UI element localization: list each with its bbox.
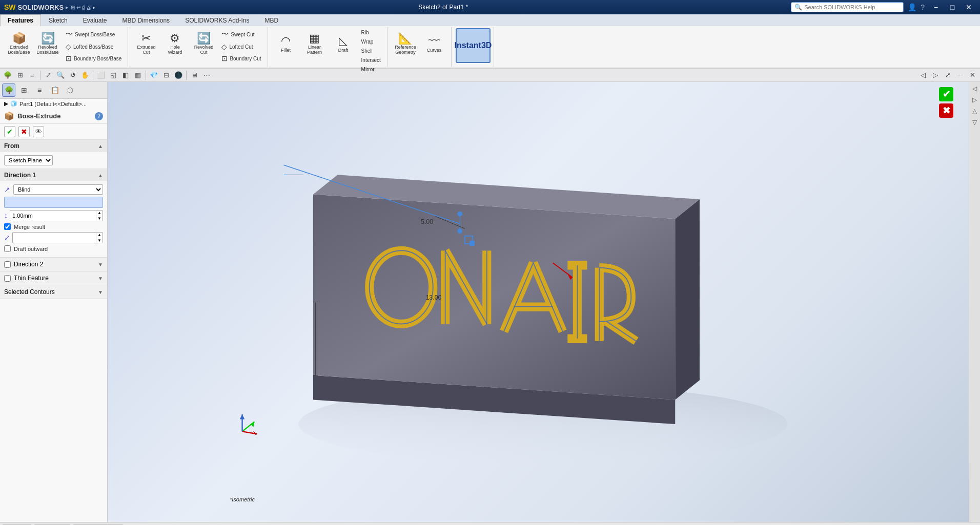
collapse-right-button[interactable]: ▷ xyxy=(930,70,941,81)
depth-input[interactable] xyxy=(10,213,96,219)
extruded-boss-base-button[interactable]: 📦 ExtrudedBoss/Base xyxy=(5,28,33,60)
direction1-type-select[interactable]: Blind xyxy=(13,184,103,195)
right-strip-btn-4[interactable]: ▽ xyxy=(970,118,979,127)
dim-expert-button[interactable]: 📋 xyxy=(48,83,62,97)
minimize-button[interactable]: − xyxy=(929,2,943,12)
toolbar-btn-wire[interactable]: ⊟ xyxy=(160,70,172,81)
tab-mbd-dimensions[interactable]: MBD Dimensions xyxy=(114,14,177,26)
toolbar-btn-shadows[interactable]: 🌑 xyxy=(173,70,184,81)
depth-up-arrow[interactable]: ▲ xyxy=(96,210,103,216)
revolved-boss-base-button[interactable]: 🔄 RevolvedBoss/Base xyxy=(34,28,62,60)
tab-addins[interactable]: SOLIDWORKS Add-Ins xyxy=(177,14,257,26)
toolbar-btn-pan[interactable]: ✋ xyxy=(79,70,91,81)
intersect-button[interactable]: Intersect xyxy=(358,56,384,65)
reject-button[interactable]: ✖ xyxy=(18,126,30,137)
lofted-cut-button[interactable]: ◇ Lofted Cut xyxy=(218,41,264,52)
angle-up-arrow[interactable]: ▲ xyxy=(96,232,103,238)
from-section-header[interactable]: From ▲ xyxy=(0,140,107,152)
angle-down-arrow[interactable]: ▼ xyxy=(96,238,103,243)
preview-button[interactable]: 👁 xyxy=(33,126,44,137)
search-input[interactable] xyxy=(804,4,900,10)
toolbar-btn-shading[interactable]: 💎 xyxy=(148,70,159,81)
draft-button[interactable]: ◺ Draft xyxy=(330,28,357,60)
panel-collapse-buttons: ◁ ▷ ⤢ − ✕ xyxy=(917,70,978,81)
extruded-cut-button[interactable]: ✂ ExtrudedCut xyxy=(132,28,160,60)
display-pane-button[interactable]: ⬡ xyxy=(64,83,77,97)
bottom-tab-bar: Model 3D Views Motion Study 1 xyxy=(0,522,980,525)
cut-buttons: ✂ ExtrudedCut ⚙ HoleWizard 🔄 RevolvedCut… xyxy=(132,28,264,64)
help-icon[interactable]: ? xyxy=(921,3,925,11)
toolbar-btn-display[interactable]: 🖥 xyxy=(189,70,200,81)
extruded-cut-label: ExtrudedCut xyxy=(137,45,155,55)
swept-boss-button[interactable]: 〜 Swept Boss/Base xyxy=(63,28,125,40)
toolbar-btn-more[interactable]: ⋯ xyxy=(201,70,212,81)
minimize-panel-button[interactable]: − xyxy=(954,70,966,81)
depth-down-arrow[interactable]: ▼ xyxy=(96,216,103,221)
right-strip-btn-3[interactable]: △ xyxy=(970,107,979,116)
merge-result-checkbox[interactable] xyxy=(4,223,11,230)
toolbar-btn-grid[interactable]: ⊞ xyxy=(14,70,26,81)
toolbar-btn-view2[interactable]: ◱ xyxy=(108,70,119,81)
expand-button[interactable]: ⤢ xyxy=(942,70,953,81)
boundary-boss-button[interactable]: ⊡ Boundary Boss/Base xyxy=(63,53,125,64)
tab-features[interactable]: Features xyxy=(0,14,41,26)
viewport-reject-button[interactable]: ✖ xyxy=(939,103,953,118)
close-button[interactable]: ✕ xyxy=(962,2,976,12)
rib-button[interactable]: Rib xyxy=(358,28,384,37)
draft-outward-checkbox[interactable] xyxy=(4,245,11,252)
viewport[interactable]: 5.00 13.00 ✔ ✖ *Isom xyxy=(108,82,969,522)
selected-contours-label: Selected Contours xyxy=(4,288,55,296)
swept-cut-button[interactable]: 〜 Swept Cut xyxy=(218,28,264,40)
curves-button[interactable]: 〰 Curves xyxy=(420,28,448,60)
reference-geometry-button[interactable]: 📐 ReferenceGeometry xyxy=(392,28,419,60)
direction1-header[interactable]: Direction 1 ▲ xyxy=(0,169,107,181)
fillet-button[interactable]: ◠ Fillet xyxy=(272,28,300,60)
from-select[interactable]: Sketch Plane xyxy=(4,155,53,165)
toolbar-btn-zoom-fit[interactable]: ⤢ xyxy=(43,70,54,81)
boss-base-stack: 〜 Swept Boss/Base ◇ Lofted Boss/Base ⊡ B… xyxy=(63,28,125,64)
configuration-button[interactable]: ≡ xyxy=(33,83,46,97)
revolved-cut-button[interactable]: 🔄 RevolvedCut xyxy=(190,28,217,60)
mirror-button[interactable]: Mirror xyxy=(358,65,384,74)
toolbar-btn-rotate[interactable]: ↺ xyxy=(67,70,78,81)
viewport-accept-button[interactable]: ✔ xyxy=(939,87,953,101)
direction2-checkbox[interactable] xyxy=(4,261,11,268)
selected-contours-section[interactable]: Selected Contours ▼ xyxy=(0,285,107,299)
toolbar-btn-view3[interactable]: ◧ xyxy=(120,70,131,81)
right-strip-btn-2[interactable]: ▷ xyxy=(970,95,979,104)
toolbar-btn-view1[interactable]: ⬜ xyxy=(95,70,107,81)
angle-spin[interactable]: ▲ ▼ xyxy=(12,232,103,243)
toolbar-btn-list[interactable]: ≡ xyxy=(27,70,38,81)
property-manager-button[interactable]: ⊞ xyxy=(17,83,31,97)
collapse-left-button[interactable]: ◁ xyxy=(917,70,929,81)
accept-button[interactable]: ✔ xyxy=(4,126,15,137)
right-strip-btn-1[interactable]: ◁ xyxy=(970,84,979,93)
tab-sketch[interactable]: Sketch xyxy=(41,14,75,26)
depth-spin[interactable]: ▲ ▼ xyxy=(10,210,103,221)
help-button[interactable]: ? xyxy=(95,112,103,120)
hole-wizard-button[interactable]: ⚙ HoleWizard xyxy=(161,28,189,60)
thin-feature-section[interactable]: Thin Feature ▼ xyxy=(0,271,107,285)
instant3d-button[interactable]: Instant3D xyxy=(456,28,491,63)
thin-feature-checkbox[interactable] xyxy=(4,275,11,282)
tab-mbd[interactable]: MBD xyxy=(257,14,287,26)
feature-tree-button[interactable]: 🌳 xyxy=(2,83,15,97)
toolbar-btn-view4[interactable]: ▦ xyxy=(132,70,144,81)
direction1-input[interactable] xyxy=(4,197,103,208)
maximize-button[interactable]: □ xyxy=(945,2,959,12)
search-box[interactable]: 🔍 xyxy=(791,2,904,12)
shell-button[interactable]: Shell xyxy=(358,47,384,55)
boundary-cut-button[interactable]: ⊡ Boundary Cut xyxy=(218,53,264,64)
wrap-button[interactable]: Wrap xyxy=(358,37,384,46)
tree-item-part1[interactable]: ▶ 🧊 Part1 (Default<<Default>... xyxy=(0,99,107,109)
linear-pattern-button[interactable]: ▦ LinearPattern xyxy=(301,28,329,60)
from-section-body: Sketch Plane xyxy=(0,152,107,169)
user-icon[interactable]: 👤 xyxy=(908,3,916,11)
lofted-boss-button[interactable]: ◇ Lofted Boss/Base xyxy=(63,41,125,52)
toolbar-btn-tree[interactable]: 🌳 xyxy=(2,70,13,81)
close-panel-button[interactable]: ✕ xyxy=(967,70,978,81)
direction2-section[interactable]: Direction 2 ▼ xyxy=(0,258,107,271)
tab-evaluate[interactable]: Evaluate xyxy=(75,14,115,26)
angle-input[interactable] xyxy=(13,235,96,241)
toolbar-btn-zoom-in[interactable]: 🔍 xyxy=(55,70,66,81)
